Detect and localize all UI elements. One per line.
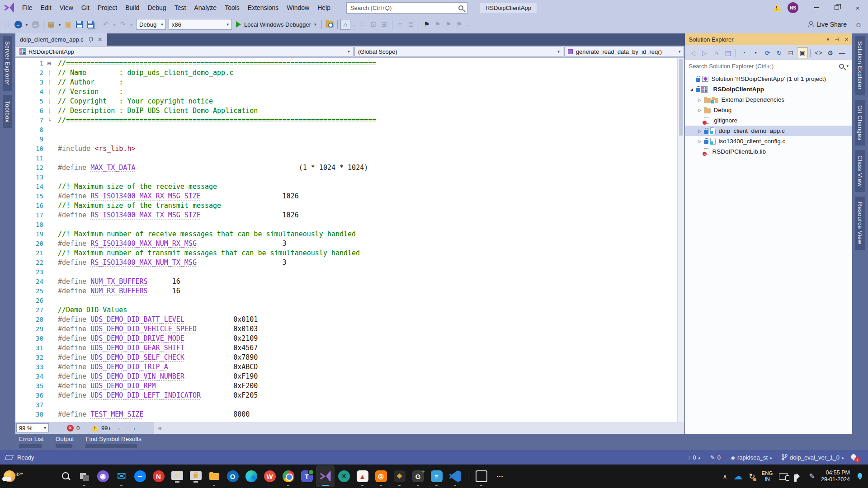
menu-test[interactable]: Test xyxy=(170,0,190,15)
warning-count-icon[interactable] xyxy=(91,425,99,431)
code-line[interactable]: 7└//====================================… xyxy=(15,116,678,125)
dock-tab-toolbox[interactable]: Toolbox xyxy=(3,95,12,128)
pen-settings-icon[interactable]: ✎ xyxy=(809,472,815,480)
edge-icon[interactable] xyxy=(242,465,260,487)
toolbar-overflow-icon[interactable]: ₌ xyxy=(351,19,357,30)
step-over-button[interactable]: ⊞ xyxy=(379,19,389,30)
horizontal-scrollbar[interactable]: ◀ xyxy=(154,422,684,434)
code-line[interactable]: 26 xyxy=(15,296,678,305)
tree-item[interactable]: .gitignore xyxy=(685,115,852,126)
code-line[interactable]: 20#define RS_ISO13400_MAX_NUM_RX_MSG 3 xyxy=(15,239,678,249)
navigate-forward-button[interactable]: → xyxy=(30,19,40,30)
previous-bookmark-button[interactable]: ⚑ xyxy=(433,19,443,30)
code-line[interactable]: 27//Demo DID Values xyxy=(15,305,678,315)
code-line[interactable]: 24#define NUM_TX_BUFFERS 16 xyxy=(15,277,678,286)
outlook-icon[interactable]: O xyxy=(223,465,242,487)
dock-tab-git-changes[interactable]: Git Changes xyxy=(855,100,865,146)
code-line[interactable]: 34#define UDS_DEMO_DID_VIN_NUMBER 0xF190 xyxy=(15,372,678,381)
menu-analyze[interactable]: Analyze xyxy=(190,0,221,15)
background-tasks-icon[interactable] xyxy=(5,455,14,460)
putty-icon[interactable]: ϟ xyxy=(168,465,186,487)
notification-warning-icon[interactable] xyxy=(773,4,781,11)
code-line[interactable]: 35#define UDS_DEMO_DID_RPM 0xF200 xyxy=(15,381,678,391)
member-dropdown[interactable]: generate_read_data_by_id_req()▾ xyxy=(564,47,684,56)
chevron-down-icon[interactable]: ▾ xyxy=(57,19,62,30)
code-line[interactable]: 31#define UDS_DEMO_DID_GEAR_SHIFT 0x4567 xyxy=(15,343,678,353)
redo-button[interactable]: ↷ xyxy=(118,19,128,30)
clock[interactable]: 04:55 PM 29-01-2024 xyxy=(821,469,850,483)
chevron-expanded-icon[interactable]: ◢ xyxy=(688,87,695,92)
code-line[interactable]: 22#define RS_ISO13400_MAX_NUM_TX_MSG 3 xyxy=(15,258,678,267)
zoom-level-combo[interactable]: 99 %▾ xyxy=(16,423,49,432)
dock-tab-class-view[interactable]: Class View xyxy=(855,150,865,192)
overflow-dots-icon[interactable]: ⋯ xyxy=(491,465,509,487)
pending-edits-button[interactable]: ✎ 0 xyxy=(707,454,724,461)
code-line[interactable]: 16//! Maximum size of the transmit messa… xyxy=(15,201,678,211)
code-line[interactable]: 33#define UDS_DEMO_DID_TRIP_A 0xABCD xyxy=(15,362,678,372)
vscode-icon[interactable] xyxy=(446,465,464,487)
menu-git[interactable]: Git xyxy=(77,0,94,15)
error-count[interactable]: 0 xyxy=(76,425,80,432)
chevron-down-icon[interactable]: ▾ xyxy=(112,19,117,30)
code-editor[interactable]: 1⊟//====================================… xyxy=(15,58,685,422)
code-line[interactable]: 19//! Maximum number of receive messages… xyxy=(15,230,678,239)
code-line[interactable]: 3│// Author : xyxy=(15,78,678,87)
tree-item[interactable]: ▷iso13400_client_config.c xyxy=(685,136,852,146)
code-line[interactable]: 6│// Description : DoIP UDS Client Demo … xyxy=(15,106,678,116)
error-count-icon[interactable]: ✕ xyxy=(67,425,74,432)
code-line[interactable]: 17#define RS_ISO13400_MAX_TX_MSG_SIZE 10… xyxy=(15,211,678,220)
code-line[interactable]: 21//! Maximum number of transmit message… xyxy=(15,249,678,258)
notification-center-icon[interactable] xyxy=(856,473,863,480)
code-line[interactable]: 11 xyxy=(15,154,678,163)
scrollbar-thumb[interactable] xyxy=(679,59,683,136)
chat-app-icon[interactable]: ◉ xyxy=(94,465,112,487)
attach-to-process-button[interactable]: ⊡ xyxy=(368,19,378,30)
solution-explorer-title-bar[interactable]: Solution Explorer ▾ ⊣ ✕ xyxy=(685,33,852,45)
clear-bookmarks-button[interactable]: ⚑ xyxy=(454,19,464,30)
warning-count[interactable]: 99+ xyxy=(101,425,111,432)
code-line[interactable]: 29#define UDS_DEMO_DID_VEHICLE_SPEED 0x0… xyxy=(15,324,678,334)
menu-window[interactable]: Window xyxy=(283,0,313,15)
thunderbird-icon[interactable]: ∼ xyxy=(131,465,149,487)
menu-debug[interactable]: Debug xyxy=(143,0,170,15)
show-all-files-icon[interactable]: ▣ xyxy=(797,47,808,58)
save-all-button[interactable] xyxy=(85,19,95,30)
outgoing-commits-button[interactable]: ↑ 0 ▴ xyxy=(684,454,704,461)
code-line[interactable]: 36#define UDS_DEMO_DID_LEFT_INDICATOR 0x… xyxy=(15,391,678,400)
minimize-button[interactable] xyxy=(806,0,826,15)
fold-marker-icon[interactable]: ⊟ xyxy=(43,59,55,68)
chevron-down-icon[interactable]: ▾ xyxy=(129,19,134,30)
weather-widget[interactable]: 32° xyxy=(0,470,34,482)
pinwheel-app-icon[interactable]: ✕ xyxy=(335,465,353,487)
refresh-icon[interactable]: ⟳ xyxy=(762,47,773,58)
winscp-icon[interactable] xyxy=(186,465,205,487)
solution-explorer-search-input[interactable]: Search Solution Explorer (Ctrl+;) ▾ xyxy=(685,60,852,72)
menu-project[interactable]: Project xyxy=(94,0,122,15)
vertical-scrollbar[interactable] xyxy=(677,58,684,422)
chevron-collapsed-icon[interactable]: ▷ xyxy=(696,108,703,113)
code-line[interactable]: 18 xyxy=(15,220,678,230)
undo-button[interactable]: ↶ xyxy=(101,19,111,30)
code-line[interactable]: 13 xyxy=(15,173,678,182)
gimp-swirl-icon[interactable]: ◎ xyxy=(372,465,390,487)
tree-item[interactable]: ▷Debug xyxy=(685,105,852,115)
chevron-down-icon[interactable]: ▾ xyxy=(750,47,761,58)
search-icon[interactable] xyxy=(57,465,75,487)
collapse-all-icon[interactable]: ⊟ xyxy=(785,47,796,58)
chevron-collapsed-icon[interactable]: ▷ xyxy=(696,139,703,144)
home-button[interactable]: ⌂ xyxy=(340,19,350,30)
tree-item[interactable]: Solution 'RSDoipClientApp' (1 of 1 proje… xyxy=(685,74,852,84)
visual-studio-icon[interactable] xyxy=(316,465,335,487)
language-indicator[interactable]: ENG IN xyxy=(762,470,773,482)
cast-icon[interactable] xyxy=(779,473,788,480)
menu-file[interactable]: File xyxy=(18,0,37,15)
code-line[interactable]: 15#define RS_ISO13400_MAX_RX_MSG_SIZE 10… xyxy=(15,192,678,201)
task-view-icon[interactable] xyxy=(75,465,94,487)
switch-views-icon[interactable]: ▤ xyxy=(722,47,733,58)
code-line[interactable]: 9 xyxy=(15,135,678,144)
menu-tools[interactable]: Tools xyxy=(221,0,244,15)
code-line[interactable]: 8 xyxy=(15,125,678,135)
sync-with-active-document-icon[interactable]: <> xyxy=(813,47,824,58)
bottom-tab-error-list[interactable]: Error List xyxy=(19,434,44,448)
scope-dropdown[interactable]: (Global Scope)▾ xyxy=(354,47,563,56)
